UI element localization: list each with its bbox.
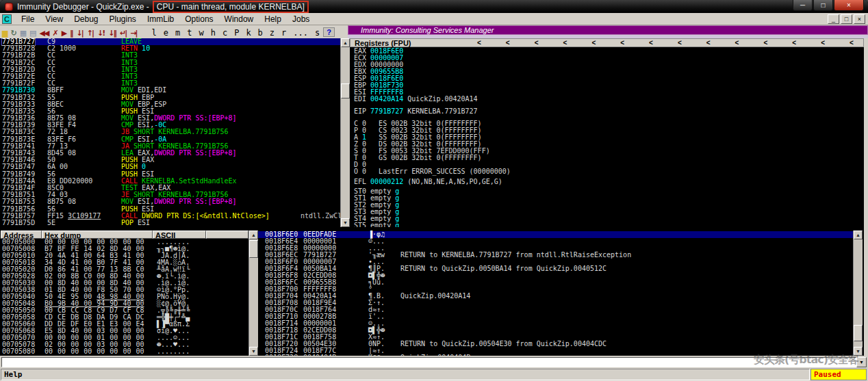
collapse-chevron-icon[interactable]: < <box>850 39 854 47</box>
toolbar-letter-button-e[interactable]: e <box>160 28 172 38</box>
menu-item-options[interactable]: Options <box>179 14 218 25</box>
stack-row[interactable]: 0018F72000504E300NP.RETURN to QuickZip.0… <box>258 341 853 347</box>
scroll-up-arrow[interactable]: ▲ <box>249 231 258 239</box>
menu-item-help[interactable]: Help <box>259 14 287 25</box>
menu-item-immlib[interactable]: ImmLib <box>142 14 179 25</box>
mdi-minimize-button[interactable]: _ <box>828 14 839 24</box>
scroll-thumb[interactable] <box>341 83 350 98</box>
collapse-chevron-icon[interactable]: < <box>792 39 796 47</box>
stack-row[interactable]: 0018F700FFFFFFF8° <box>258 286 853 293</box>
toolbar-letter-button-z[interactable]: z <box>266 28 278 38</box>
collapse-chevron-icon[interactable]: < <box>535 39 539 47</box>
register-line[interactable]: EBP 0018F730 <box>354 82 864 89</box>
menu-item-window[interactable]: Window <box>219 14 259 25</box>
toolbar-letter-button-t[interactable]: t <box>183 28 195 38</box>
toolbar-letter-button-P[interactable]: P <box>231 28 242 38</box>
toolbar-letter-button-h[interactable]: h <box>207 28 219 38</box>
register-line[interactable]: EBX 009655B8 <box>354 68 864 75</box>
stack-row[interactable]: 0018F6FC009655B8╕Uû. <box>258 279 853 286</box>
close-program-icon[interactable]: ✗ <box>52 29 57 38</box>
dump-scrollbar[interactable]: ▲ ▼ <box>248 231 258 356</box>
maximize-button[interactable]: □ <box>813 0 833 11</box>
trace-into-icon[interactable]: ↓! <box>97 29 104 38</box>
scroll-down-arrow[interactable]: ▼ <box>854 347 863 356</box>
register-line[interactable]: ST2 empty g <box>354 202 864 209</box>
memory-map-icon[interactable]: ▤ <box>29 29 35 38</box>
toolbar-letter-button-l[interactable]: l <box>149 28 160 38</box>
menu-item-plugins[interactable]: Plugins <box>104 14 142 25</box>
stack-row[interactable]: 0018F70400420A14¶.B.QuickZip.00420A14 <box>258 293 853 300</box>
collapse-chevron-icon[interactable]: < <box>620 39 624 47</box>
step-backward-icon[interactable]: ◀◀ <box>40 29 49 38</box>
register-line[interactable]: EIP 7791B727 KERNELBA.7791B727 <box>354 108 864 115</box>
trace-over-icon[interactable]: ↓‖ <box>108 29 116 38</box>
stack-row[interactable]: 0018F7240018F77C|≈↑. <box>258 347 853 354</box>
restart-icon[interactable]: ↻ <box>10 29 15 38</box>
stack-scrollbar[interactable]: ▲ ▼ <box>853 231 863 356</box>
toolbar-letter-button-m[interactable]: m <box>172 28 183 38</box>
collapse-chevron-icon[interactable]: < <box>506 39 510 47</box>
menu-item-jobs[interactable]: Jobs <box>287 14 315 25</box>
scroll-thumb[interactable] <box>249 240 258 258</box>
stack-row[interactable]: 0018F6EC7791B727'╖æwRETURN to KERNELBA.7… <box>258 252 853 259</box>
toolbar-letter-button-s[interactable]: s <box>311 28 323 38</box>
collapse-chevron-icon[interactable]: < <box>706 39 711 47</box>
toolbar-letter-button-...[interactable]: ... <box>290 28 311 38</box>
toolbar-letter-button-k[interactable]: k <box>242 28 254 38</box>
register-line[interactable]: ST1 empty g <box>354 195 864 202</box>
mdi-close-button[interactable]: × <box>854 14 865 24</box>
menu-item-view[interactable]: View <box>40 14 68 25</box>
stack-row[interactable]: 0018F6F40050BA14¶║P.RETURN to QuickZip.0… <box>258 265 853 272</box>
toolbar-letter-button-w[interactable]: w <box>195 28 207 38</box>
toolbar-letter-button-c[interactable]: c <box>219 28 231 38</box>
register-line[interactable]: EAX 0018F6E0 <box>354 48 864 55</box>
stack-row[interactable]: 0018F6E400000001☺... <box>258 238 853 245</box>
command-dropdown-arrow[interactable]: ▼ <box>856 357 867 367</box>
windows-list-icon[interactable]: ▦ <box>20 29 25 38</box>
step-into-icon[interactable]: ↓| <box>77 29 83 38</box>
step-over-icon[interactable]: ↑| <box>87 29 93 38</box>
register-line[interactable]: EFL 00000212 (NO,NB,NE,A,NS,PO,GE,G) <box>354 179 864 185</box>
stack-row[interactable]: 0018F6E00EEDFADE▐·φ♫ <box>258 231 853 238</box>
collapse-chevron-icon[interactable]: < <box>678 39 682 47</box>
pause-icon[interactable]: ‖ <box>70 29 73 38</box>
collapse-chevron-icon[interactable]: < <box>821 39 825 47</box>
register-line[interactable]: EDX 00000000 <box>354 62 864 68</box>
menu-item-file[interactable]: File <box>16 14 40 25</box>
register-line[interactable]: O 0 LastErr ERROR_SUCCESS (00000000) <box>354 168 864 175</box>
register-line[interactable]: ECX 00000007 <box>354 55 864 62</box>
toolbar-letter-button-r[interactable]: r <box>278 28 290 38</box>
scroll-up-arrow[interactable]: ▲ <box>854 231 863 239</box>
disassembly-scrollbar[interactable]: ▲ ▼ <box>340 38 350 227</box>
disassembly-pane[interactable]: 7791B727C9LEAVE7791B728C2 1000RETN 10779… <box>1 38 340 227</box>
collapse-chevron-icon[interactable]: < <box>591 39 596 47</box>
command-input[interactable] <box>1 357 856 367</box>
disasm-row[interactable]: 7791B75D5EPOP ESI <box>1 220 340 226</box>
scroll-down-arrow[interactable]: ▼ <box>341 218 350 227</box>
register-line[interactable]: ST0 empty g <box>354 188 864 195</box>
register-line[interactable]: EDI 00420A14 QuickZip.00420A14 <box>354 96 864 103</box>
scroll-down-arrow[interactable]: ▼ <box>249 347 258 356</box>
register-line[interactable]: ST4 empty g <box>354 215 864 222</box>
stack-pane[interactable]: 0018F6E00EEDFADE▐·φ♫0018F6E400000001☺...… <box>258 231 853 356</box>
collapse-chevron-icon[interactable]: < <box>563 39 567 47</box>
stack-row[interactable]: 0018F7080018F9E4Σ·↑. <box>258 300 853 306</box>
scroll-thumb[interactable] <box>854 325 863 341</box>
register-line[interactable]: ST5 empty g <box>354 222 864 227</box>
scroll-up-arrow[interactable]: ▲ <box>341 38 350 47</box>
mdi-restore-button[interactable]: □ <box>841 14 852 24</box>
close-button[interactable]: × <box>834 0 864 11</box>
open-file-icon[interactable]: ▆ <box>2 29 6 38</box>
stack-row[interactable]: 0018F7100000278Bï'.. <box>258 313 853 320</box>
help-button[interactable]: ? <box>323 27 335 37</box>
run-icon[interactable]: ▶ <box>62 29 66 38</box>
register-line[interactable]: T 0 GS 002B 32bit 0(FFFFFFFF) <box>354 155 864 161</box>
collapse-chevron-icon[interactable]: < <box>735 39 739 47</box>
collapse-chevron-icon[interactable]: < <box>763 39 767 47</box>
dump-row[interactable]: 0070508000 00 00 00 00 00 00 00........ <box>1 348 248 355</box>
execute-till-return-icon[interactable]: ↵| <box>120 29 126 38</box>
stack-row[interactable]: 0018F70C0018F764d≈↑. <box>258 306 853 313</box>
registers-pane[interactable]: EAX 0018F6E0ECX 00000007EDX 00000000EBX … <box>350 47 864 227</box>
register-line[interactable]: ST3 empty g <box>354 209 864 215</box>
stack-row[interactable]: 0018F71400000001☺... <box>258 320 853 327</box>
